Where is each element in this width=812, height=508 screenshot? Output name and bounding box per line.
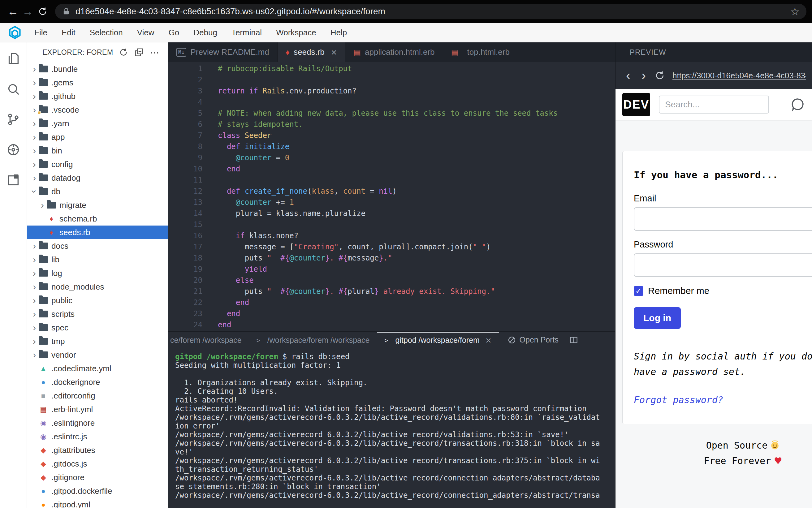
tree-item-.eslintignore[interactable]: ◉.eslintignore (27, 416, 168, 430)
preview-forward-button[interactable]: › (637, 69, 650, 82)
tree-item-docs[interactable]: ›docs (27, 239, 168, 253)
menu-item-edit[interactable]: Edit (54, 28, 83, 37)
tree-item-.yarn[interactable]: ›.yarn (27, 117, 168, 130)
tree-item-schema.rb[interactable]: ♦schema.rb (27, 212, 168, 225)
chevron-icon: › (30, 282, 39, 291)
menu-item-view[interactable]: View (130, 28, 162, 37)
code-text: # rubocop:disable Rails/Output (202, 63, 352, 74)
tree-item-.gitattributes[interactable]: ◆.gitattributes (27, 443, 168, 457)
remember-me-label: Remember me (648, 286, 709, 296)
forgot-password-link[interactable]: Forgot password? (634, 394, 723, 405)
terminal-tab-gitpod /workspace/forem[interactable]: >_gitpod /workspace/forem× (377, 332, 499, 348)
terminal-tab-ce/forem /workspace[interactable]: ce/forem /workspace (168, 332, 249, 348)
tree-item-config[interactable]: ›config (27, 158, 168, 171)
menu-item-go[interactable]: Go (162, 28, 186, 37)
tree-item-.erb-lint.yml[interactable]: ▤.erb-lint.yml (27, 403, 168, 416)
explorer-activity-icon[interactable] (6, 52, 20, 66)
tree-item-lib[interactable]: ›lib (27, 253, 168, 266)
login-button[interactable]: Log in (634, 307, 681, 329)
bookmark-star-icon[interactable]: ☆ (790, 6, 800, 17)
dev-logo[interactable]: DEV (622, 93, 650, 116)
tree-item-.gitdocs.js[interactable]: ◆.gitdocs.js (27, 457, 168, 471)
preview-refresh-button[interactable] (654, 70, 666, 81)
tree-item-log[interactable]: ›log (27, 266, 168, 280)
search-activity-icon[interactable] (6, 82, 20, 96)
tree-item-label: .yarn (51, 119, 69, 128)
terminal-tab-/workspace/forem /workspace[interactable]: >_/workspace/forem /workspace (249, 332, 377, 348)
open-ports-button[interactable]: Open Ports (508, 332, 559, 348)
preview-back-button[interactable]: ‹ (622, 69, 635, 82)
tree-item-.eslintrc.js[interactable]: ◉.eslintrc.js (27, 430, 168, 443)
collapse-all-button[interactable] (134, 47, 144, 58)
menu-item-selection[interactable]: Selection (83, 28, 130, 37)
tree-item-.gitpod.dockerfile[interactable]: ●.gitpod.dockerfile (27, 484, 168, 498)
close-icon[interactable]: × (331, 47, 337, 57)
tree-item-app[interactable]: ›app (27, 130, 168, 144)
tree-item-.gitpod.yml[interactable]: ●.gitpod.yml (27, 498, 168, 508)
dev-footer: Open Source Free Forever ♥ (622, 438, 812, 469)
markdown-icon: M↓ (176, 48, 186, 57)
split-terminal-button[interactable] (569, 332, 579, 348)
email-field[interactable] (634, 207, 812, 231)
tree-item-.gems[interactable]: ›.gems (27, 76, 168, 89)
extensions-activity-icon[interactable] (6, 173, 20, 187)
chat-bubble-icon[interactable] (790, 97, 805, 112)
editor-tab-application.html.erb[interactable]: ▤application.html.erb (345, 42, 443, 62)
terminal-output[interactable]: gitpod /workspace/forem $ rails db:seedS… (168, 348, 615, 508)
tree-item-db[interactable]: ›db (27, 185, 168, 198)
code-text: # NOTE: when adding new data, please use… (202, 108, 558, 119)
plugins-activity-icon[interactable] (6, 143, 20, 157)
erb-icon: ▤ (451, 48, 459, 56)
tree-item-label: .gitignore (51, 473, 84, 482)
browser-back-button[interactable]: ← (6, 4, 20, 19)
tree-item-.codeclimate.yml[interactable]: ▲.codeclimate.yml (27, 362, 168, 375)
tree-item-label: .eslintrc.js (51, 432, 87, 441)
tree-item-migrate[interactable]: ›migrate (27, 198, 168, 212)
menu-item-workspace[interactable]: Workspace (269, 28, 324, 37)
editor-tab-_top.html.erb[interactable]: ▤_top.html.erb (443, 42, 518, 62)
erb-icon: ▤ (353, 48, 361, 56)
tree-item-.dockerignore[interactable]: ●.dockerignore (27, 375, 168, 389)
source-control-activity-icon[interactable] (6, 112, 20, 127)
address-bar[interactable]: d16e504e-4e8e-4c03-8347-c8e6b5c1637b.ws-… (55, 4, 806, 19)
tree-item-.gitignore[interactable]: ◆.gitignore (27, 471, 168, 484)
browser-reload-button[interactable] (35, 4, 50, 19)
tree-item-.vscode[interactable]: ›.vscode (27, 103, 168, 117)
password-field[interactable] (634, 253, 812, 277)
editor-tab-Preview README.md[interactable]: M↓Preview README.md (168, 42, 277, 62)
tree-item-label: .gitdocs.js (51, 459, 87, 469)
more-actions-button[interactable]: ⋯ (149, 47, 160, 58)
terminal-line: rails aborted! (175, 396, 615, 405)
tree-item-vendor[interactable]: ›vendor (27, 348, 168, 362)
tree-item-node_modules[interactable]: ›node_modules (27, 280, 168, 294)
preview-url-link[interactable]: https://3000-d16e504e-4e8e-4c03-834 (673, 71, 806, 80)
menu-item-debug[interactable]: Debug (186, 28, 224, 37)
editor-tab-seeds.rb[interactable]: ♦seeds.rb× (277, 42, 345, 62)
menu-item-file[interactable]: File (27, 28, 54, 37)
folder-icon (39, 79, 48, 86)
tree-item-seeds.rb[interactable]: ♦seeds.rb (27, 225, 168, 239)
tree-item-label: vendor (51, 350, 76, 360)
menu-item-terminal[interactable]: Terminal (224, 28, 269, 37)
tree-item-spec[interactable]: ›spec (27, 321, 168, 334)
close-icon[interactable]: × (485, 335, 492, 345)
tree-item-label: config (51, 160, 73, 169)
browser-forward-button[interactable]: → (20, 4, 35, 19)
menu-item-help[interactable]: Help (324, 28, 354, 37)
tree-item-tmp[interactable]: ›tmp (27, 334, 168, 348)
tree-item-.editorconfig[interactable]: ■.editorconfig (27, 389, 168, 403)
tree-item-.bundle[interactable]: ›.bundle (27, 62, 168, 76)
tree-item-.github[interactable]: ›.github (27, 89, 168, 103)
gitpod-icon: ● (39, 501, 48, 508)
tree-item-scripts[interactable]: ›scripts (27, 307, 168, 321)
remember-me-checkbox[interactable]: ✓ (634, 286, 643, 296)
folder-icon (39, 338, 48, 345)
refresh-explorer-button[interactable] (118, 47, 129, 58)
tree-item-bin[interactable]: ›bin (27, 144, 168, 158)
tree-item-public[interactable]: ›public (27, 294, 168, 307)
dev-search-input[interactable] (659, 96, 769, 114)
code-area[interactable]: 1# rubocop:disable Rails/Output23return … (168, 62, 615, 331)
tree-item-label: datadog (51, 173, 80, 183)
tree-item-datadog[interactable]: ›datadog (27, 171, 168, 185)
terminal-tab-strip: ce/forem /workspace>_/workspace/forem /w… (168, 331, 615, 348)
